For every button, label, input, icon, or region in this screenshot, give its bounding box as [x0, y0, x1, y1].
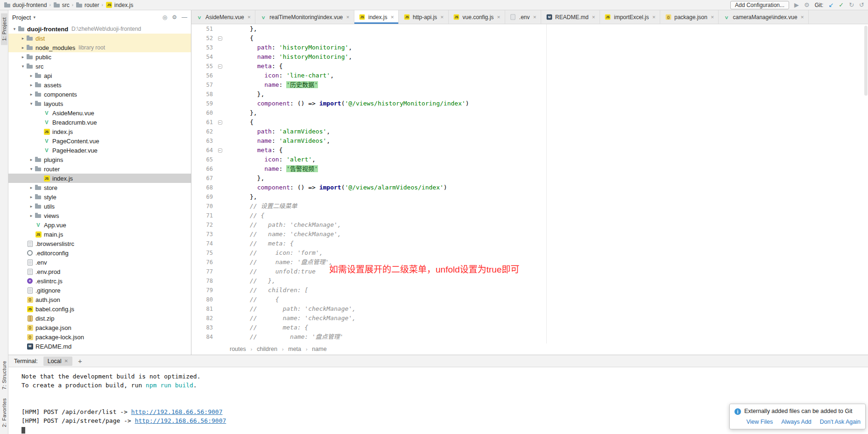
tree-item[interactable]: VPageHeader.vue [8, 146, 191, 155]
code-line[interactable]: 62 path: 'alarmVideos', [191, 127, 868, 136]
breadcrumb-item[interactable]: router [76, 1, 99, 9]
code-line[interactable]: 56 icon: 'line-chart', [191, 71, 868, 80]
chevron-icon[interactable]: ▾ [20, 64, 26, 69]
chevron-icon[interactable]: ▸ [28, 185, 35, 190]
tree-item[interactable]: MREADME.md [8, 342, 191, 351]
gear-icon[interactable]: ⚙ [172, 14, 177, 21]
breadcrumb-item[interactable]: meta [288, 346, 301, 352]
chevron-down-icon[interactable]: ▾ [33, 15, 35, 20]
code-line[interactable]: 58 }, [191, 90, 868, 99]
chevron-icon[interactable]: ▸ [28, 157, 35, 162]
chevron-icon[interactable]: ▸ [28, 204, 35, 209]
chevron-icon[interactable]: ▸ [20, 45, 26, 50]
tree-item[interactable]: VApp.vue [8, 220, 191, 230]
chevron-icon[interactable]: ▾ [28, 167, 35, 171]
editor-tab[interactable]: .env✕ [505, 10, 541, 24]
close-icon[interactable]: ✕ [592, 15, 595, 20]
notification-action[interactable]: Always Add [781, 419, 812, 425]
toolwindow-favorites-button[interactable]: 2: Favorites [1, 394, 7, 431]
tree-item[interactable]: ▸utils [8, 202, 191, 211]
terminal-link[interactable]: http://192.168.66.56:9007 [131, 408, 223, 415]
tree-item[interactable]: ▾layouts [8, 99, 191, 108]
code-line[interactable]: 54 name: 'historyMonitoring', [191, 52, 868, 62]
git-update-icon[interactable]: ↙ [828, 2, 833, 8]
editor-tab[interactable]: JShttp-api.js✕ [399, 10, 449, 24]
settings-icon[interactable]: ⚙ [804, 2, 810, 8]
tree-item[interactable]: ▾router [8, 164, 191, 174]
close-icon[interactable]: ✕ [247, 15, 251, 20]
editor-tab[interactable]: JSvue.config.js✕ [449, 10, 505, 24]
code-line[interactable]: 53 path: 'historyMonitoring', [191, 43, 868, 52]
close-icon[interactable]: ✕ [390, 15, 394, 20]
editor-tab[interactable]: VcameraManage\index.vue✕ [719, 10, 809, 24]
tree-item[interactable]: .env [8, 258, 191, 267]
tree-item[interactable]: VPageContent.vue [8, 136, 191, 146]
tree-item[interactable]: dist.zip [8, 314, 191, 323]
git-history-icon[interactable]: ↻ [849, 2, 854, 8]
tree-item[interactable]: VAsideMenu.vue [8, 108, 191, 118]
tree-item[interactable]: .editorconfig [8, 248, 191, 258]
code-line[interactable]: 81 // path: 'checkManage', [191, 304, 868, 314]
code-line[interactable]: 76 // name: '盘点管理', [191, 258, 868, 267]
close-icon[interactable]: ✕ [64, 358, 68, 364]
chevron-icon[interactable]: ▸ [28, 83, 35, 87]
tree-item[interactable]: ▸node_moduleslibrary root [8, 43, 191, 52]
run-icon[interactable]: ▶ [794, 2, 799, 8]
tree-item[interactable]: ▸style [8, 192, 191, 202]
chevron-icon[interactable]: ▾ [11, 27, 18, 31]
code-line[interactable]: 77 // unfold:true [191, 267, 868, 276]
code-line[interactable]: 65 icon: 'alert', [191, 155, 868, 164]
tree-item[interactable]: ▸plugins [8, 155, 191, 164]
tree-item[interactable]: JSindex.js [8, 127, 191, 136]
close-icon[interactable]: ✕ [711, 15, 714, 20]
tree-item[interactable]: JSbabel.config.js [8, 304, 191, 314]
code-editor[interactable]: 51 },52− {53 path: 'historyMonitoring',5… [191, 24, 868, 343]
breadcrumb-item[interactable]: src [53, 1, 70, 9]
tree-item[interactable]: .browserslistrc [8, 239, 191, 248]
breadcrumb-item[interactable]: name [312, 346, 326, 352]
chevron-icon[interactable]: ▾ [28, 101, 35, 106]
code-line[interactable]: 84 // name: '盘点管理' [191, 332, 868, 342]
code-line[interactable]: 63 name: 'alarmVideos', [191, 136, 868, 146]
breadcrumb-item[interactable]: children [257, 346, 277, 352]
code-line[interactable]: 57 name: '历史数据' [191, 80, 868, 90]
tree-item[interactable]: {}package-lock.json [8, 332, 191, 342]
editor-tab[interactable]: MREADME.md✕ [541, 10, 600, 24]
code-line[interactable]: 67 }, [191, 174, 868, 183]
code-line[interactable]: 52− { [191, 34, 868, 43]
close-icon[interactable]: ✕ [652, 15, 656, 20]
toolwindow-project-button[interactable]: 1: Project [1, 13, 7, 45]
locate-file-icon[interactable]: ◎ [162, 14, 167, 21]
editor-tab[interactable]: JSindex.js✕ [354, 10, 399, 24]
tree-item[interactable]: ▸public [8, 52, 191, 62]
tree-item[interactable]: VBreadcrumb.vue [8, 118, 191, 127]
tree-item[interactable]: {}auth.json [8, 295, 191, 304]
chevron-icon[interactable]: ▸ [28, 73, 35, 78]
code-line[interactable]: 82 // name: 'checkManage', [191, 314, 868, 323]
code-line[interactable]: 75 // icon: 'form', [191, 248, 868, 258]
code-line[interactable]: 72 // path: 'checkManage', [191, 220, 868, 230]
code-line[interactable]: 68 component: () => import('@/views/alar… [191, 183, 868, 192]
tree-item[interactable]: e.eslintrc.js [8, 276, 191, 286]
editor-tab[interactable]: VrealTimeMonitoring\index.vue✕ [255, 10, 354, 24]
close-icon[interactable]: ✕ [346, 15, 350, 20]
chevron-icon[interactable]: ▸ [28, 213, 35, 218]
notification-action[interactable]: View Files [746, 419, 773, 425]
notification-action[interactable]: Don't Ask Again [820, 419, 861, 425]
tree-item[interactable]: JSmain.js [8, 230, 191, 239]
tree-item[interactable]: ▸views [8, 211, 191, 220]
editor-tab[interactable]: JSimportExcel.js✕ [600, 10, 660, 24]
code-line[interactable]: 70 // 设置二级菜单 [191, 202, 868, 211]
breadcrumb-item[interactable]: routes [230, 346, 246, 352]
tree-item[interactable]: .env.prod [8, 267, 191, 276]
fold-icon[interactable]: − [218, 64, 222, 69]
editor-tab[interactable]: {}package.json✕ [660, 10, 719, 24]
chevron-icon[interactable]: ▸ [28, 92, 35, 97]
hide-panel-icon[interactable]: — [182, 14, 187, 21]
code-line[interactable]: 83 // meta: { [191, 323, 868, 332]
fold-icon[interactable]: − [218, 148, 222, 153]
code-line[interactable]: 69 }, [191, 192, 868, 202]
editor-tab[interactable]: VAsideMenu.vue✕ [191, 10, 255, 24]
code-line[interactable]: 59 component: () => import('@/views/hist… [191, 99, 868, 108]
code-line[interactable]: 80 // { [191, 295, 868, 304]
